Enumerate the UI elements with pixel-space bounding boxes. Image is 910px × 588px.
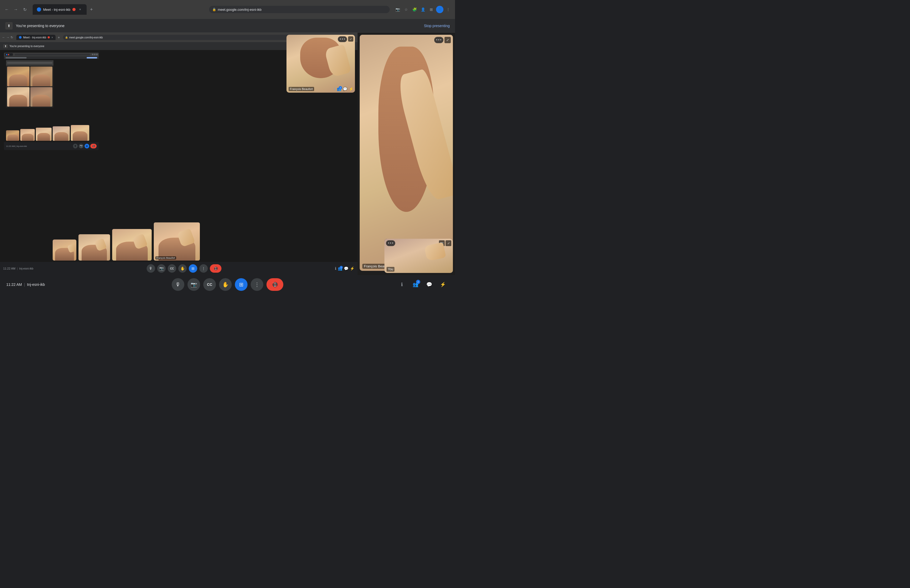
inner-ctrl-buttons: 🎙 📷 CC ✋ ⊞ ⋮ 📵	[147, 264, 221, 273]
float-face-2	[78, 234, 110, 260]
address-bar[interactable]: 🔒 meet.google.com/tnj-esni-ikb	[209, 6, 390, 13]
deep-icons	[92, 54, 98, 55]
inner-chat-btn[interactable]: 💬	[344, 267, 348, 271]
captions-button[interactable]: CC	[203, 278, 216, 291]
people-button[interactable]: 👥 2	[410, 279, 421, 290]
inner-people-btn[interactable]: 👥 2	[338, 267, 342, 271]
float-thumb-francois-md	[112, 229, 152, 260]
main-meeting-controls: 🎙 📷 CC ✋ ⊞ ⋮ 📵	[172, 278, 283, 291]
you-expand-btn[interactable]: ⤢	[446, 240, 451, 246]
inner-forward-btn[interactable]: →	[6, 36, 10, 39]
deep-thumb-5	[71, 125, 89, 141]
camera-button[interactable]: 📷	[187, 278, 200, 291]
inner-presenting-info: ⬆ You're presenting to everyone	[3, 44, 44, 48]
francois-hand-md	[324, 44, 352, 78]
present-screen-icon: ⬆	[5, 22, 13, 29]
cast-button[interactable]: 📷	[394, 6, 401, 13]
deep-mic: 🎙	[73, 144, 78, 149]
deep-end: 📵	[91, 144, 97, 149]
inner-hand-btn[interactable]: ✋	[178, 264, 187, 273]
raise-hand-button[interactable]: ✋	[219, 278, 232, 291]
stop-presenting-button[interactable]: Stop presenting	[424, 24, 450, 28]
deep-bottom: 11:22 AM | tnj-esni-ikb 🎙 📷 ⊞ 📵	[4, 142, 99, 150]
people-count-badge: 2	[416, 280, 420, 284]
francois-medium-more[interactable]: • • •	[338, 36, 347, 42]
reload-button[interactable]: ↻	[21, 6, 28, 13]
inner-reload-btn[interactable]: ↻	[11, 36, 13, 39]
inner-end-call-btn[interactable]: 📵	[210, 264, 221, 273]
inner-cam-btn[interactable]: 📷	[157, 264, 166, 273]
extensions-button[interactable]: 🧩	[411, 6, 418, 13]
francois-fullscreen-btn[interactable]: ⤢	[444, 37, 451, 43]
active-tab[interactable]: Meet - tnj-esni-ikb ×	[33, 4, 87, 15]
francois-medium-chat[interactable]: 💬	[343, 87, 347, 91]
inner-active-tab[interactable]: Meet - tnj-esni-ikb ×	[16, 35, 55, 40]
inner-mic-btn[interactable]: 🎙	[147, 264, 155, 273]
more-options-button[interactable]: ⋮	[251, 278, 263, 291]
deep-person-4	[30, 87, 53, 107]
more-button[interactable]: ⋮	[444, 6, 452, 13]
inner-activities-btn[interactable]: ⚡	[350, 267, 354, 271]
you-more-btn[interactable]: • • •	[386, 240, 395, 246]
francois-video-top-controls: • • • ⤢	[434, 37, 451, 43]
chat-button[interactable]: 💬	[423, 279, 435, 290]
deep-addr	[15, 54, 90, 55]
francois-medium-people[interactable]: 👥 2	[337, 87, 341, 91]
inner-time-info: 11:22 AM | tnj-esni-ikb	[3, 267, 34, 270]
inner-cc-btn[interactable]: CC	[168, 264, 176, 273]
bookmark-button[interactable]: ☆	[402, 6, 410, 13]
francois-medium-expand[interactable]: ⤢	[348, 36, 353, 42]
browser-tabs: Meet - tnj-esni-ikb × +	[33, 4, 207, 15]
float-hand-3	[132, 234, 148, 250]
sidebar-button[interactable]: ⊞	[428, 6, 435, 13]
inner-tab-indicator	[48, 36, 50, 39]
francois-more-btn[interactable]: • • •	[434, 37, 443, 43]
francois-medium-controls: • • • ⤢	[338, 36, 353, 42]
inner-info-btn[interactable]: ℹ	[335, 267, 336, 271]
forward-button[interactable]: →	[12, 6, 19, 13]
francois-video-feed	[360, 35, 453, 271]
deep-browser-bar	[4, 53, 99, 57]
deep-icon-3	[96, 54, 98, 55]
info-button[interactable]: ℹ	[396, 279, 407, 290]
inner-meeting-time: 11:22 AM	[3, 267, 15, 270]
browser-nav-controls: ← → ↻	[3, 6, 28, 13]
inner-tab-close[interactable]: ×	[51, 36, 53, 39]
presenting-info: ⬆ You're presenting to everyone	[5, 22, 65, 29]
deep-recursive-screen: 11:22 AM | tnj-esni-ikb 🎙 📷 ⊞ 📵	[4, 53, 99, 150]
presenting-banner: ⬆ You're presenting to everyone Stop pre…	[0, 19, 455, 32]
deep-thumb-2	[20, 129, 35, 141]
inner-back-btn[interactable]: ←	[2, 36, 5, 39]
inner-presenting-text-label: You're presenting to everyone	[10, 45, 44, 48]
profile-button[interactable]: 👤	[436, 6, 443, 13]
deep-cell-2	[30, 66, 53, 86]
deep-cell-1	[7, 66, 29, 86]
new-tab-button[interactable]: +	[88, 6, 95, 13]
float-thumb-francois-sm	[78, 234, 110, 260]
francois-hand-gesture	[395, 68, 453, 202]
mic-button[interactable]: 🎙	[172, 278, 184, 291]
end-call-button[interactable]: 📵	[267, 278, 283, 291]
activities-button[interactable]: ⚡	[437, 279, 449, 290]
float-thumb-francois-tiny	[53, 239, 76, 260]
francois-medium-bottom-icons: ℹ 👥 2 💬 ⚡	[334, 87, 353, 91]
francois-medium-card: • • • ⤢ François Beaufort ℹ 👥 2 💬 ⚡	[286, 35, 355, 93]
float-name-1: François Beaufort	[155, 256, 176, 260]
present-button[interactable]: ⊞	[235, 278, 247, 291]
back-button[interactable]: ←	[3, 6, 11, 13]
francois-medium-activities[interactable]: ⚡	[349, 87, 353, 91]
inner-new-tab[interactable]: +	[58, 35, 60, 39]
tab-close-button[interactable]: ×	[78, 7, 82, 12]
tab-indicator	[73, 8, 76, 11]
deep-inner-addr	[7, 62, 52, 64]
profile-switch-button[interactable]: 👤	[419, 6, 427, 13]
deep-thumb-3	[36, 128, 52, 141]
francois-medium-info[interactable]: ℹ	[334, 87, 335, 91]
meeting-time-divider: |	[24, 283, 25, 287]
url-text: meet.google.com/tnj-esni-ikb	[218, 8, 262, 11]
inner-present-btn[interactable]: ⊞	[189, 264, 197, 273]
inner-more-ctrl-btn[interactable]: ⋮	[199, 264, 208, 273]
deep-inner-bar	[6, 60, 53, 66]
meeting-id: tnj-esni-ikb	[27, 283, 45, 287]
deep-person-1	[7, 66, 29, 86]
